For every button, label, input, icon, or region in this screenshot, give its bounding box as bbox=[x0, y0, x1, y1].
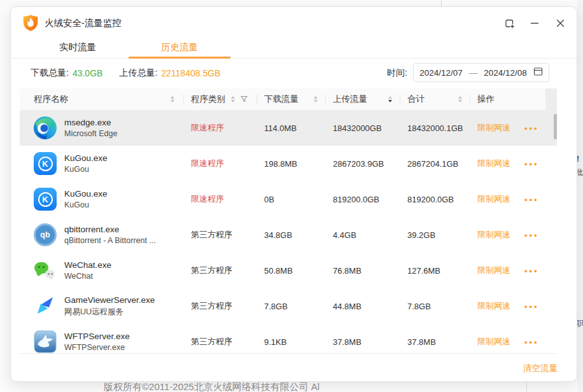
more-actions-button[interactable]: ••• bbox=[524, 160, 539, 168]
limit-speed-link[interactable]: 限制网速 bbox=[477, 265, 510, 276]
limit-speed-link[interactable]: 限制网速 bbox=[477, 229, 510, 241]
total-cell: 7.8GB bbox=[400, 302, 470, 311]
total-cell: 127.6MB bbox=[400, 266, 470, 276]
feedback-button[interactable] bbox=[500, 14, 518, 32]
upload-cell: 44.8MB bbox=[325, 302, 400, 311]
column-header-download[interactable]: 下载流量 bbox=[256, 88, 325, 110]
download-cell: 0B bbox=[256, 195, 325, 204]
screen: 版权所有©2011-2025北京火绒网络科技有限公司 Al ! 批 职 火绒安全… bbox=[0, 0, 583, 392]
download-cell: 50.8MB bbox=[256, 266, 325, 276]
sort-icon[interactable] bbox=[171, 96, 174, 102]
limit-speed-link[interactable]: 限制网速 bbox=[477, 122, 510, 134]
kugou-icon: K bbox=[34, 188, 57, 211]
program-name-cell: qb qbittorrent.exe qBittorrent - A Bitto… bbox=[20, 223, 183, 246]
close-button[interactable] bbox=[551, 14, 569, 32]
upload-cell: 4.4GB bbox=[325, 230, 400, 240]
download-cell: 9.1KB bbox=[256, 337, 325, 347]
program-name-cell: K KuGou.exe KuGou bbox=[20, 152, 183, 175]
sort-icon-active-desc[interactable] bbox=[388, 96, 392, 102]
more-actions-button[interactable]: ••• bbox=[524, 231, 539, 239]
more-actions-button[interactable]: ••• bbox=[524, 195, 539, 204]
date-separator: — bbox=[469, 68, 478, 78]
table-row[interactable]: qb qbittorrent.exe qBittorrent - A Bitto… bbox=[20, 217, 557, 253]
tabbar: 实时流量 历史流量 bbox=[11, 39, 577, 59]
table-corner bbox=[545, 88, 557, 110]
limit-speed-link[interactable]: 限制网速 bbox=[477, 193, 510, 205]
column-header-program-name[interactable]: 程序名称 bbox=[20, 88, 183, 110]
background-divider bbox=[441, 0, 442, 6]
download-total-value: 43.0GB bbox=[73, 68, 102, 78]
filter-icon[interactable] bbox=[241, 95, 248, 104]
table-row[interactable]: WFTPServer.exe WFTPServer.exe 第三方程序 9.1K… bbox=[20, 324, 557, 354]
actions-cell: 限制网速 ••• bbox=[470, 122, 557, 134]
table-body: msedge.exe Microsoft Edge 限速程序 114.0MB 1… bbox=[20, 110, 557, 354]
actions-cell: 限制网速 ••• bbox=[470, 265, 557, 276]
upload-total-label: 上传总量: bbox=[119, 67, 157, 79]
category-cell: 第三方程序 bbox=[183, 300, 256, 312]
more-actions-button[interactable]: ••• bbox=[524, 338, 539, 346]
program-desc: qBittorrent - A Bittorrent ... bbox=[64, 236, 156, 245]
download-cell: 198.8MB bbox=[256, 159, 325, 169]
traffic-monitor-window: 火绒安全-流量监控 实时流量 历史流量 bbox=[10, 6, 577, 382]
download-cell: 114.0MB bbox=[256, 123, 325, 133]
actions-cell: 限制网速 ••• bbox=[470, 300, 557, 312]
table-row[interactable]: K KuGou.exe KuGou 限速程序 198.8MB 2867203.9… bbox=[20, 146, 557, 181]
program-exe-name: GameViewerServer.exe bbox=[64, 295, 155, 305]
minimize-button[interactable] bbox=[526, 14, 544, 32]
category-cell: 第三方程序 bbox=[183, 265, 256, 276]
clear-traffic-button[interactable]: 清空流量 bbox=[523, 363, 558, 374]
program-exe-name: msedge.exe bbox=[64, 118, 117, 127]
kugou-icon: K bbox=[34, 152, 57, 175]
sort-icon[interactable] bbox=[314, 96, 318, 102]
actions-cell: 限制网速 ••• bbox=[470, 193, 557, 205]
tab-realtime-traffic[interactable]: 实时流量 bbox=[27, 39, 129, 58]
limit-speed-link[interactable]: 限制网速 bbox=[477, 300, 510, 312]
actions-cell: 限制网速 ••• bbox=[470, 158, 557, 169]
limit-speed-link[interactable]: 限制网速 bbox=[477, 336, 510, 347]
program-desc: WeChat bbox=[64, 272, 111, 281]
table-row[interactable]: K KuGou.exe KuGou 限速程序 0B 819200.0GB 819… bbox=[20, 181, 557, 217]
netease-uu-icon bbox=[34, 295, 57, 318]
column-header-total[interactable]: 合计 bbox=[400, 88, 470, 110]
category-cell: 第三方程序 bbox=[183, 336, 256, 347]
background-divider bbox=[526, 382, 527, 392]
total-cell: 39.2GB bbox=[400, 230, 470, 240]
limit-speed-link[interactable]: 限制网速 bbox=[477, 158, 510, 169]
qbittorrent-icon: qb bbox=[34, 223, 57, 246]
table-row[interactable]: msedge.exe Microsoft Edge 限速程序 114.0MB 1… bbox=[20, 110, 557, 146]
download-cell: 34.8GB bbox=[256, 230, 325, 240]
column-header-program-category[interactable]: 程序类别 bbox=[183, 88, 256, 110]
more-actions-button[interactable]: ••• bbox=[524, 302, 539, 311]
program-name-cell: WFTPServer.exe WFTPServer.exe bbox=[20, 330, 183, 353]
table-row[interactable]: GameViewerServer.exe 网易UU远程服务 第三方程序 7.8G… bbox=[20, 288, 557, 324]
total-cell: 18432000.1GB bbox=[400, 123, 470, 133]
more-actions-button[interactable]: ••• bbox=[524, 267, 539, 275]
total-cell: 819200.0GB bbox=[400, 195, 470, 204]
program-desc: 网易UU远程服务 bbox=[64, 307, 155, 318]
program-desc: WFTPServer.exe bbox=[64, 343, 130, 352]
date-range-picker[interactable]: 2024/12/07 — 2024/12/08 bbox=[413, 63, 549, 82]
program-desc: KuGou bbox=[64, 165, 108, 174]
program-exe-name: KuGou.exe bbox=[64, 189, 108, 199]
background-copyright-text: 版权所有©2011-2025北京火绒网络科技有限公司 Al bbox=[104, 381, 320, 392]
scrollbar-thumb[interactable] bbox=[554, 114, 557, 139]
wechat-icon bbox=[34, 259, 57, 282]
upload-cell: 37.8MB bbox=[325, 337, 400, 347]
sort-icon[interactable] bbox=[231, 96, 235, 102]
sort-icon[interactable] bbox=[458, 96, 462, 102]
date-start: 2024/12/07 bbox=[419, 68, 463, 78]
more-actions-button[interactable]: ••• bbox=[524, 124, 539, 132]
program-name-cell: K KuGou.exe KuGou bbox=[20, 188, 183, 211]
category-cell: 限速程序 bbox=[183, 122, 256, 134]
program-exe-name: qbittorrent.exe bbox=[64, 225, 156, 234]
total-cell: 37.8MB bbox=[400, 337, 470, 347]
total-cell: 2867204.1GB bbox=[400, 159, 470, 169]
table-row[interactable]: WeChat.exe WeChat 第三方程序 50.8MB 76.8MB 12… bbox=[20, 253, 557, 288]
tab-history-traffic[interactable]: 历史流量 bbox=[129, 39, 230, 58]
program-exe-name: KuGou.exe bbox=[64, 153, 108, 163]
window-title: 火绒安全-流量监控 bbox=[45, 7, 122, 39]
column-header-upload[interactable]: 上传流量 bbox=[325, 88, 400, 110]
upload-cell: 2867203.9GB bbox=[325, 159, 400, 169]
wftpserver-icon bbox=[34, 330, 57, 353]
upload-cell: 76.8MB bbox=[325, 266, 400, 276]
